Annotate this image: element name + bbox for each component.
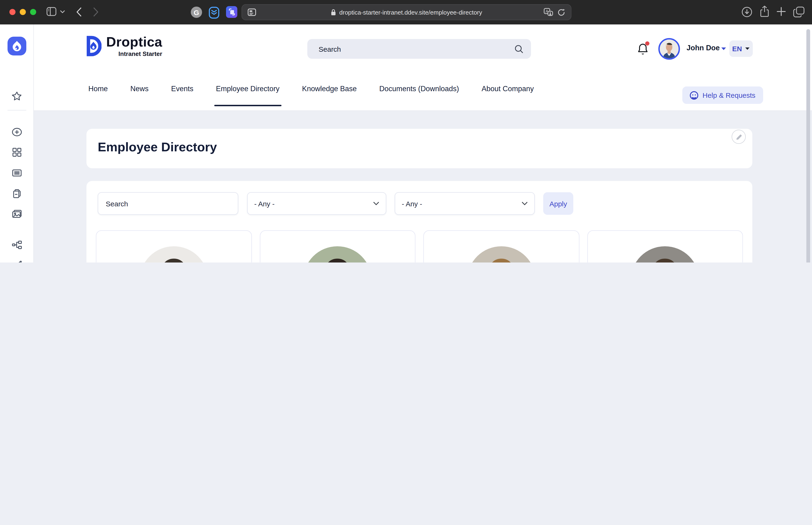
screen: G droptica-starter-intranet.ddev.site/em… — [0, 0, 812, 262]
share-icon[interactable] — [760, 6, 769, 17]
extension-grammarly-icon[interactable]: G — [191, 6, 202, 18]
help-requests-label: Help & Requests — [703, 91, 755, 99]
language-code: EN — [732, 45, 742, 52]
admin-sidebar — [0, 25, 34, 262]
pages-icon[interactable] — [11, 188, 22, 199]
support-icon — [690, 91, 698, 100]
employee-photo — [140, 246, 208, 262]
user-avatar[interactable] — [658, 38, 680, 60]
filter-search-input[interactable] — [105, 199, 231, 208]
browser-chrome: G droptica-starter-intranet.ddev.site/em… — [0, 0, 812, 25]
nav-home[interactable]: Home — [88, 82, 108, 95]
employee-card[interactable]: Anna Kowalska Senior HR Specialist Depar… — [424, 230, 579, 262]
zoom-window-button[interactable] — [30, 9, 36, 15]
language-selector[interactable]: EN — [729, 41, 753, 57]
employee-card[interactable]: John Doe CTO Department IT & Technical S… — [96, 230, 251, 262]
global-search-input[interactable] — [318, 44, 515, 53]
back-button[interactable] — [76, 7, 81, 16]
new-tab-icon[interactable] — [777, 7, 786, 16]
forward-button[interactable] — [93, 7, 99, 16]
site-logo[interactable]: Droptica Intranet Starter — [85, 35, 162, 57]
address-bar[interactable]: droptica-starter-intranet.ddev.site/empl… — [242, 4, 571, 20]
nav-events[interactable]: Events — [171, 82, 193, 95]
droptica-logo-icon — [85, 35, 102, 57]
extension-device-icon[interactable] — [226, 6, 237, 18]
scrollbar-thumb[interactable] — [806, 29, 810, 262]
nav-knowledge-base[interactable]: Knowledge Base — [302, 82, 357, 95]
notifications-bell-icon[interactable] — [637, 43, 649, 56]
nav-employee-directory[interactable]: Employee Directory — [216, 82, 280, 95]
employee-photo — [467, 246, 536, 262]
close-window-button[interactable] — [10, 9, 16, 15]
employee-card[interactable]: Marek Nowak Technical Support Department… — [260, 230, 415, 262]
employee-card[interactable]: Tomáš Novák IT Systems Administrator Dep… — [587, 230, 743, 262]
content-icon[interactable] — [11, 167, 22, 179]
media-icon[interactable] — [11, 209, 22, 220]
pencil-icon — [735, 133, 742, 140]
nav-about-company[interactable]: About Company — [482, 82, 534, 95]
employee-directory-view: - Any - - Any - Apply John Doe CTO Depar… — [87, 181, 752, 262]
url-text[interactable]: droptica-starter-intranet.ddev.site/empl… — [339, 9, 482, 16]
sidebar-divider — [7, 110, 26, 110]
employee-photo — [303, 246, 372, 262]
employee-photo — [631, 246, 700, 262]
user-name[interactable]: John Doe — [687, 44, 720, 52]
page-title-card: Employee Directory — [87, 129, 752, 168]
apply-filters-button[interactable]: Apply — [543, 192, 573, 215]
brand-tagline: Intranet Starter — [106, 50, 162, 57]
employee-grid: John Doe CTO Department IT & Technical S… — [96, 230, 743, 262]
filter-department-value: - Any - — [254, 199, 275, 208]
filter-office-select[interactable]: - Any - — [395, 192, 535, 215]
translate-icon[interactable]: A — [544, 8, 553, 16]
brand-name: Droptica — [106, 35, 162, 49]
edit-page-button[interactable] — [732, 130, 746, 144]
search-icon[interactable] — [515, 44, 523, 53]
extension-shield-icon[interactable] — [209, 6, 219, 19]
filter-search[interactable] — [98, 192, 238, 215]
tab-overview-icon[interactable] — [793, 6, 805, 17]
tls-lock-icon — [331, 9, 336, 15]
user-menu-chevron-icon[interactable] — [721, 47, 726, 51]
language-chevron-icon — [745, 47, 750, 50]
filter-department-select[interactable]: - Any - — [247, 192, 386, 215]
reload-icon[interactable] — [557, 8, 565, 16]
shortcuts-star-icon[interactable] — [11, 91, 22, 102]
notification-badge — [645, 41, 649, 46]
downloads-icon[interactable] — [741, 6, 752, 17]
chevron-down-icon — [522, 201, 528, 205]
main-nav: Home News Events Employee Directory Know… — [88, 67, 534, 110]
drupal-logo-icon[interactable] — [7, 37, 26, 56]
filter-office-value: - Any - — [402, 199, 422, 208]
structure-icon[interactable] — [11, 239, 22, 251]
blocks-grid-icon[interactable] — [11, 147, 22, 158]
add-content-icon[interactable] — [11, 126, 22, 138]
sidebar-toggle-icon[interactable] — [47, 7, 56, 16]
nav-documents-downloads[interactable]: Documents (Downloads) — [379, 82, 459, 95]
chevron-down-icon — [373, 201, 379, 205]
nav-news[interactable]: News — [131, 82, 149, 95]
help-requests-button[interactable]: Help & Requests — [682, 87, 763, 104]
page-title: Employee Directory — [98, 140, 217, 155]
appearance-brush-icon[interactable] — [11, 260, 22, 262]
sidebar-chevron-down-icon[interactable] — [60, 10, 65, 14]
global-search[interactable] — [307, 39, 531, 59]
minimize-window-button[interactable] — [20, 9, 26, 15]
